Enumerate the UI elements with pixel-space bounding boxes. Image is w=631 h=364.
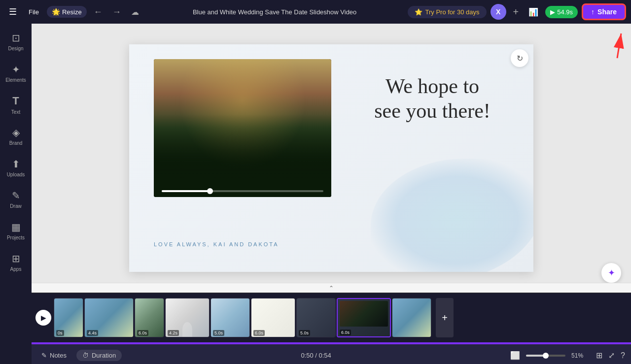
draw-icon: ✎ bbox=[12, 190, 20, 201]
timeline-clips-area[interactable]: ▶ 0s 4.4s 6.0s 4.2s 5.0s bbox=[32, 293, 631, 342]
canvas-refresh-button[interactable]: ↻ bbox=[511, 49, 528, 67]
brand-icon: ◈ bbox=[12, 127, 20, 138]
resize-button[interactable]: 🌟 Resize bbox=[47, 6, 87, 18]
resize-label: Resize bbox=[62, 8, 82, 16]
zoom-percentage: 51% bbox=[571, 352, 586, 359]
timeline-clip-2[interactable]: 4.4s bbox=[84, 298, 134, 337]
clip-1-duration: 0s bbox=[56, 330, 64, 336]
canvas-area[interactable]: We hope to see you there! LOVE ALWAYS, K… bbox=[32, 24, 631, 293]
clip-9-thumbnail bbox=[392, 298, 431, 337]
sidebar-item-brand[interactable]: ◈ Brand bbox=[0, 120, 32, 152]
clip-6-duration: 6.0s bbox=[253, 330, 265, 336]
undo-button[interactable]: ← bbox=[91, 5, 105, 19]
notes-label: Notes bbox=[50, 352, 67, 359]
clip-5-duration: 5.0s bbox=[213, 330, 224, 336]
timeline-bottom-bar: ✎ Notes ⏱ Duration 0:50 / 0:54 ⬜ 51% ⊞ ⤢… bbox=[32, 344, 631, 364]
duration-button[interactable]: ⏱ Duration bbox=[76, 350, 122, 361]
sidebar-item-text[interactable]: T Text bbox=[0, 89, 32, 120]
zoom-thumb[interactable] bbox=[543, 353, 549, 359]
timeline-clip-6[interactable]: 6.0s bbox=[251, 298, 295, 337]
sidebar-uploads-label: Uploads bbox=[7, 172, 25, 177]
sidebar-text-label: Text bbox=[11, 109, 20, 115]
notes-button[interactable]: ✎ Notes bbox=[37, 350, 70, 361]
timeline-play-icon: ▶ bbox=[41, 314, 46, 322]
timeline-clip-8[interactable]: 6.0s bbox=[337, 298, 391, 337]
slide-heading[interactable]: We hope to see you there! bbox=[346, 74, 519, 124]
notes-icon: ✎ bbox=[41, 352, 47, 359]
fullscreen-icon[interactable]: ⤢ bbox=[608, 351, 615, 360]
sidebar-item-apps[interactable]: ⊞ Apps bbox=[0, 246, 32, 278]
timeline-clip-3[interactable]: 6.0s bbox=[135, 298, 164, 337]
duration-label: Duration bbox=[92, 352, 116, 359]
timeline: ▶ 0s 4.4s 6.0s 4.2s 5.0s bbox=[32, 293, 631, 364]
menu-icon[interactable]: ☰ bbox=[5, 4, 21, 19]
sidebar-item-uploads[interactable]: ⬆ Uploads bbox=[0, 152, 32, 183]
redo-button[interactable]: → bbox=[109, 5, 124, 19]
pro-star-icon: ⭐ bbox=[415, 8, 422, 16]
timeline-clip-9[interactable] bbox=[392, 298, 431, 337]
apps-icon: ⊞ bbox=[12, 253, 20, 265]
analytics-button[interactable]: 📊 bbox=[526, 6, 541, 18]
play-icon: ▶ bbox=[550, 8, 555, 16]
duration-icon: ⏱ bbox=[82, 352, 89, 359]
slide-canvas[interactable]: We hope to see you there! LOVE ALWAYS, K… bbox=[129, 44, 533, 272]
add-collaborator-button[interactable]: + bbox=[510, 5, 522, 19]
sidebar-item-design[interactable]: ⊡ Design bbox=[0, 26, 32, 57]
timeline-play-button[interactable]: ▶ bbox=[35, 310, 51, 326]
zoom-track[interactable] bbox=[526, 355, 565, 357]
add-clip-button[interactable]: + bbox=[436, 298, 454, 337]
sidebar-apps-label: Apps bbox=[10, 266, 22, 272]
slide-subtitle[interactable]: LOVE ALWAYS, KAI AND DAKOTA bbox=[154, 241, 279, 247]
play-duration: 54.9s bbox=[557, 8, 573, 16]
clip-7-duration: 5.0s bbox=[299, 330, 310, 336]
uploads-icon: ⬆ bbox=[12, 158, 20, 170]
magic-tool-button[interactable]: ✦ bbox=[601, 263, 621, 283]
timeline-collapse-handle[interactable]: ⌃ bbox=[32, 283, 631, 293]
device-view-icon[interactable]: ⬜ bbox=[510, 351, 520, 360]
try-pro-label: Try Pro for 30 days bbox=[425, 8, 480, 16]
cloud-save-icon: ☁ bbox=[128, 5, 142, 19]
sidebar-brand-label: Brand bbox=[9, 140, 23, 146]
share-button[interactable]: ↑ Share bbox=[582, 3, 626, 20]
zoom-slider[interactable] bbox=[526, 355, 565, 357]
video-scene bbox=[154, 59, 331, 197]
sidebar-elements-label: Elements bbox=[5, 77, 26, 83]
heading-line1: We hope to bbox=[346, 74, 519, 99]
timeline-progress-bar[interactable] bbox=[32, 342, 631, 344]
sidebar-item-draw[interactable]: ✎ Draw bbox=[0, 183, 32, 215]
clip-3-duration: 6.0s bbox=[137, 330, 148, 336]
help-icon[interactable]: ? bbox=[621, 351, 625, 360]
document-title: Blue and White Wedding Save The Date Sli… bbox=[146, 8, 404, 16]
design-icon: ⊡ bbox=[12, 32, 20, 44]
resize-emoji: 🌟 bbox=[52, 8, 60, 16]
timeline-clip-7[interactable]: 5.0s bbox=[296, 298, 336, 337]
video-progress-fill bbox=[162, 190, 210, 192]
elements-icon: ✦ bbox=[12, 64, 20, 75]
clip-2-duration: 4.4s bbox=[87, 330, 98, 336]
video-element[interactable] bbox=[154, 59, 331, 197]
clip-4-duration: 4.2s bbox=[168, 330, 179, 336]
file-menu[interactable]: File bbox=[25, 6, 43, 18]
user-avatar[interactable]: X bbox=[491, 4, 506, 20]
sidebar-item-elements[interactable]: ✦ Elements bbox=[0, 57, 32, 89]
timeline-clip-1[interactable]: 0s bbox=[54, 298, 83, 337]
sidebar: ⊡ Design ✦ Elements T Text ◈ Brand ⬆ Upl… bbox=[0, 24, 32, 364]
try-pro-button[interactable]: ⭐ Try Pro for 30 days bbox=[408, 6, 487, 18]
text-icon: T bbox=[12, 95, 19, 107]
share-icon: ↑ bbox=[591, 8, 595, 16]
video-progress-bar[interactable] bbox=[162, 190, 323, 192]
sidebar-draw-label: Draw bbox=[10, 203, 21, 209]
timecode-display: 0:50 / 0:54 bbox=[128, 352, 504, 359]
video-trees-overlay bbox=[154, 114, 331, 197]
preview-play-button[interactable]: ▶ 54.9s bbox=[545, 6, 578, 18]
share-label: Share bbox=[597, 8, 617, 16]
timeline-clip-5[interactable]: 5.0s bbox=[210, 298, 250, 337]
sidebar-item-projects[interactable]: ▦ Projects bbox=[0, 215, 32, 246]
clip-8-duration: 6.0s bbox=[340, 330, 351, 335]
sidebar-projects-label: Projects bbox=[7, 235, 25, 240]
layout-grid-icon[interactable]: ⊞ bbox=[596, 351, 602, 360]
clip-4-decoration bbox=[182, 322, 192, 337]
projects-icon: ▦ bbox=[11, 221, 21, 233]
timeline-clip-4[interactable]: 4.2s bbox=[165, 298, 210, 337]
sidebar-design-label: Design bbox=[8, 46, 23, 51]
